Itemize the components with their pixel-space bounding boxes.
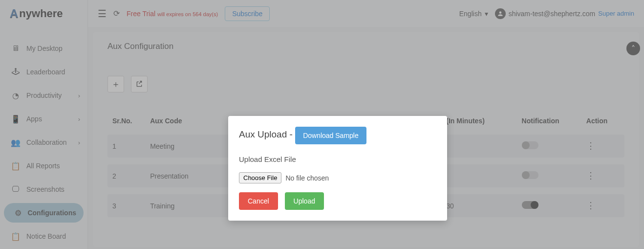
download-sample-button[interactable]: Download Sample <box>295 127 366 144</box>
file-status: No file chosen <box>285 174 329 182</box>
aux-upload-modal: Aux Upload - Download Sample Upload Exce… <box>228 116 447 221</box>
cancel-button[interactable]: Cancel <box>239 192 278 210</box>
modal-title: Aux Upload - <box>239 129 295 139</box>
file-input-row: Choose File No file chosen <box>239 172 436 183</box>
choose-file-button[interactable]: Choose File <box>239 172 281 183</box>
upload-button[interactable]: Upload <box>285 192 324 210</box>
upload-label: Upload Excel File <box>239 155 436 163</box>
